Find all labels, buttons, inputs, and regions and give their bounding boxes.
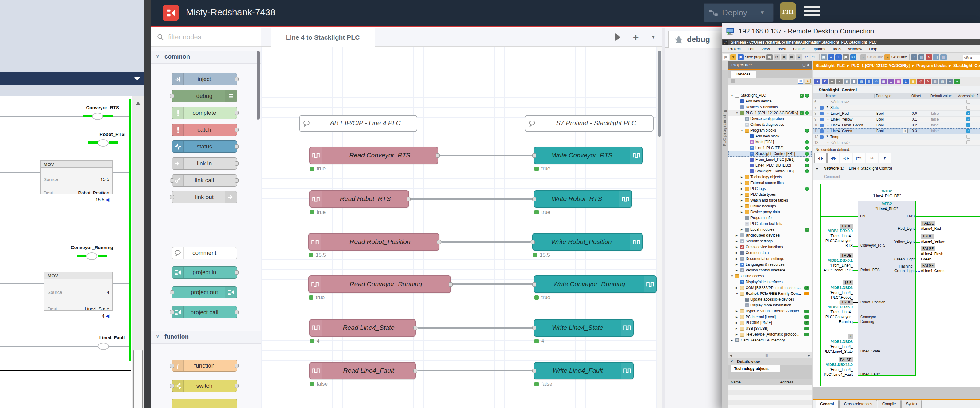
toolbar-icon[interactable]: ✗ xyxy=(926,54,932,60)
tree-tool-icon[interactable] xyxy=(731,79,735,83)
table-toolbar-icon[interactable]: ▤ xyxy=(940,79,946,84)
table-toolbar-icon[interactable]: ± xyxy=(888,79,894,84)
go-online-button[interactable]: Go online xyxy=(867,55,883,59)
tree-item-device-proxy-data[interactable]: ▶Device proxy data xyxy=(729,209,811,215)
input-port[interactable] xyxy=(531,240,535,244)
input-port[interactable] xyxy=(532,326,536,330)
toolbar-icon[interactable]: ▥ xyxy=(940,54,947,60)
input-port[interactable] xyxy=(532,282,536,287)
table-row-line4-flash-green[interactable]: 10▪Line4_Flash_GreenBool0.2false✓ xyxy=(813,122,980,128)
table-toolbar-icon[interactable]: ☰ xyxy=(851,79,857,84)
accessible-checkbox[interactable] xyxy=(967,100,970,104)
breadcrumb-item[interactable]: Stacklight_PLC xyxy=(816,63,845,68)
table-toolbar-icon[interactable]: ▤ xyxy=(859,79,865,84)
mov-instruction[interactable]: MOVSource15.5DestRobot_Position15.5 ◀ xyxy=(40,160,113,194)
inspector-tab-compile[interactable]: Compile xyxy=(878,400,900,408)
palette-node-function[interactable]: functionf xyxy=(172,360,237,372)
node-port[interactable] xyxy=(170,178,174,183)
node-port[interactable] xyxy=(235,384,239,388)
datatype-dropdown-button[interactable]: ≡ xyxy=(903,129,908,133)
breadcrumb-item[interactable]: Stacklight_Co xyxy=(953,63,980,68)
flow-node-Read-Line4_Fault[interactable]: Read Line4_Fault xyxy=(309,362,416,379)
node-port[interactable] xyxy=(235,77,239,81)
tree-item-common-data[interactable]: ▶Common data xyxy=(729,250,811,256)
palette-category-common[interactable]: ∨common xyxy=(151,51,261,64)
tree-item-main-ob1-[interactable]: ≡Main [OB1] xyxy=(729,139,811,145)
tree-item-display-hide-interfaces[interactable]: YDisplay/hide interfaces xyxy=(729,279,811,285)
lad-button[interactable]: -|/|- xyxy=(827,153,840,163)
expand-icon[interactable]: ▶ xyxy=(736,263,738,266)
accessible-checkbox[interactable] xyxy=(967,135,970,139)
table-toolbar-icon[interactable]: ✍ xyxy=(873,79,879,84)
tree-item-line4-plc-fb2-[interactable]: ≡Line4_PLC [FB2] xyxy=(729,145,811,151)
flow-node-Read-Conveyor_Running[interactable]: Read Conveyor_Running xyxy=(309,275,451,293)
toolbar-icon[interactable]: ▥ xyxy=(918,54,924,60)
expand-icon[interactable]: ➤ xyxy=(805,79,811,84)
flow-node-Write-Robot_Position[interactable]: Write Robot_Position xyxy=(532,233,643,251)
collapse-icon[interactable]: ▼ xyxy=(741,129,743,132)
save-project-label[interactable]: Save project xyxy=(745,55,765,59)
toolbar-icon[interactable]: ⇧ xyxy=(835,54,842,60)
table-toolbar-icon[interactable]: ▤ xyxy=(866,79,872,84)
table-toolbar-icon[interactable]: ▦ xyxy=(895,79,902,84)
lad-network-canvas[interactable]: %FB2"Line4_PLC"ENENOConveyor_RTSRobot_RT… xyxy=(813,180,980,389)
flow-node-Write-Conveyor_RTS[interactable]: Write Conveyor_RTS xyxy=(534,147,643,164)
lad-button[interactable]: -( )- xyxy=(840,153,852,163)
toolbar-icon[interactable]: ▼ xyxy=(730,54,737,60)
tree-item-documentation-settings[interactable]: ▶≡Documentation settings xyxy=(729,256,811,262)
tree-item-hyper-v-virtual-ethernet-adapt[interactable]: ▶Hyper-V Virtual Ethernet Adapter xyxy=(729,308,811,314)
avatar[interactable]: rm xyxy=(780,2,796,20)
table-row-line4-green[interactable]: 11▪Line4_GreenBool≡0.3false✓ xyxy=(813,128,980,134)
input-port[interactable] xyxy=(532,197,536,201)
search-box[interactable]: <Sea xyxy=(963,55,980,61)
column-header[interactable]: Default value xyxy=(930,94,952,98)
table-toolbar-icon[interactable]: ↺ xyxy=(917,79,924,84)
collapse-icon[interactable]: ▼ xyxy=(731,94,733,97)
toolbar-icon[interactable]: ⌁ xyxy=(860,54,867,60)
inspector-tab-syntax[interactable]: Syntax xyxy=(902,400,922,408)
toolbar-icon[interactable]: ▤ xyxy=(789,54,795,60)
menu-help[interactable]: Help xyxy=(869,47,877,51)
table-toolbar-icon[interactable]: ▦ xyxy=(881,79,887,84)
output-port[interactable] xyxy=(437,240,441,244)
palette-node-complete[interactable]: complete xyxy=(172,107,237,119)
toolbar-icon[interactable]: ▣ xyxy=(738,54,744,60)
expand-icon[interactable]: ▶ xyxy=(736,269,738,272)
toolbar-icon[interactable]: ▣ xyxy=(843,54,849,60)
node-port[interactable] xyxy=(235,161,239,166)
fb-call-box[interactable]: %FB2"Line4_PLC"ENENOConveyor_RTSRobot_RT… xyxy=(858,201,916,376)
tree-item-com-rs232-ppi-multi-master-c-[interactable]: ▶COM [RS232/PPI multi-master c...? xyxy=(729,285,811,291)
node-port[interactable] xyxy=(170,384,174,388)
palette-node-project-in[interactable]: project in xyxy=(172,266,237,279)
expand-icon[interactable]: ▶ xyxy=(741,228,743,231)
expand-icon[interactable]: ▶ xyxy=(741,193,743,196)
go-offline-button[interactable]: Go offline xyxy=(891,55,907,59)
expand-icon[interactable]: ▶ xyxy=(736,321,738,324)
toolbar-icon[interactable]: ↷ xyxy=(811,54,817,60)
table-toolbar-icon[interactable]: ✗ xyxy=(822,79,828,84)
menu-options[interactable]: Options xyxy=(811,47,826,51)
tree-item-devices-networks[interactable]: ☷Devices & networks xyxy=(729,104,811,110)
tree-item-program-blocks[interactable]: ▼Program blocks xyxy=(729,128,811,133)
accessible-checkbox[interactable]: ✓ xyxy=(967,123,970,127)
tree-item-ungrouped-devices[interactable]: ▶☷Ungrouped devices xyxy=(729,233,811,238)
tree-item-update-accessible-devices[interactable]: ?Update accessible devices xyxy=(729,297,811,302)
accessible-checkbox[interactable] xyxy=(967,106,970,110)
table-toolbar-icon[interactable]: ± xyxy=(903,79,909,84)
flow-node-Write-Line4_State[interactable]: Write Line4_State xyxy=(534,319,633,337)
toolbar-icon[interactable]: ◫ xyxy=(933,54,939,60)
column-header[interactable]: Name xyxy=(826,94,836,98)
expand-icon[interactable]: ▶ xyxy=(736,234,738,237)
node-port[interactable] xyxy=(235,178,239,183)
table-toolbar-icon[interactable]: ▣ xyxy=(844,79,850,84)
accessible-checkbox[interactable]: ✓ xyxy=(967,117,970,121)
tree-item-external-source-files[interactable]: ▶External source files xyxy=(729,180,811,186)
node-port[interactable] xyxy=(235,364,239,368)
toolbar-icon[interactable]: ▦ xyxy=(821,54,827,60)
lad-button[interactable]: ↱ xyxy=(879,153,891,163)
table-row-static[interactable]: 7▼Static xyxy=(813,105,980,111)
tree-item-languages-resources[interactable]: ▶●Languages & resources xyxy=(729,262,811,268)
menu-edit[interactable]: Edit xyxy=(748,47,754,51)
node-port[interactable] xyxy=(235,310,239,314)
node-port[interactable] xyxy=(170,195,174,199)
